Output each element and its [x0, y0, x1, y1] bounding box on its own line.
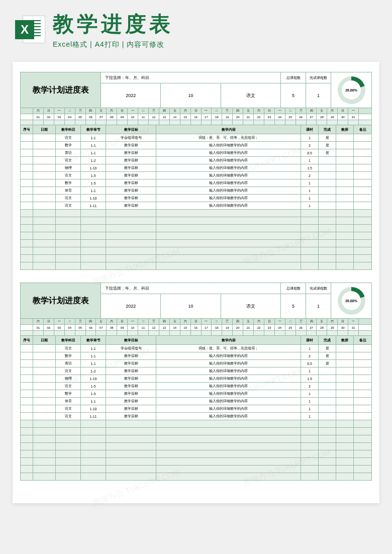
table-row[interactable]: 数学1-1教学目标输入你的详细教学的内容2是: [21, 141, 371, 149]
day-cell: 30: [338, 114, 348, 120]
weekday-cell: 四: [86, 108, 96, 114]
weekday-cell: 三: [296, 319, 307, 324]
sheet-title: 教学计划进度表: [21, 283, 101, 318]
table-row[interactable]: 数学1-5教学目标输入你的详细教学的内容1: [21, 179, 371, 187]
table-row-empty[interactable]: [21, 442, 371, 450]
table-row-empty[interactable]: [21, 209, 371, 217]
filter-subject[interactable]: 语文: [221, 294, 280, 318]
table-row-empty[interactable]: [21, 232, 371, 239]
table-row[interactable]: 语文1-1学会组词造句词组：是、否、可、得等，意思组词；1是: [21, 344, 371, 352]
filter-year[interactable]: 2022: [101, 83, 161, 108]
day-cell: 17: [202, 114, 212, 120]
table-row[interactable]: 语文1-2教学目标输入你的详细教学的内容1: [21, 156, 371, 164]
table-row-empty[interactable]: [21, 465, 371, 473]
day-cell: 25: [285, 114, 296, 120]
day-cell: 17: [202, 325, 212, 330]
weekday-cell: 二: [65, 319, 75, 324]
table-row-empty[interactable]: [21, 420, 371, 427]
weekday-cell: 日: [338, 108, 348, 114]
weekday-cell: 六: [107, 108, 117, 114]
day-cell: 24: [275, 114, 285, 120]
weekday-cell: 三: [222, 108, 233, 114]
table-row-empty[interactable]: [21, 224, 371, 232]
weekday-cell: 五: [170, 319, 180, 324]
day-cell: 09: [117, 114, 128, 120]
weekday-cell: 一: [54, 108, 65, 114]
weekday-cell: 四: [233, 319, 243, 324]
gantt-row: [21, 120, 371, 125]
weekday-cell: 五: [243, 319, 254, 324]
weekday-cell: 日: [191, 108, 202, 114]
table-row[interactable]: 英语1-1教学目标输入你的详细教学的内容0.5是: [21, 359, 371, 367]
day-cell: 22: [254, 325, 264, 330]
table-row[interactable]: 语文1-5教学目标输入你的详细教学的内容2: [21, 171, 371, 179]
day-cell: 12: [149, 325, 159, 330]
day-cell: 15: [180, 325, 191, 330]
filter-month[interactable]: 10: [161, 294, 221, 318]
filter-month[interactable]: 10: [161, 83, 221, 108]
table-row[interactable]: 体育1-1教学目标输入你的详细教学的内容1: [21, 397, 371, 405]
day-cell: 28: [317, 114, 327, 120]
day-cell: 03: [54, 114, 65, 120]
table-row[interactable]: 语文1-11教学目标输入你的详细教学的内容1: [21, 412, 371, 420]
table-row-empty[interactable]: [21, 217, 371, 224]
day-cell: 31: [348, 325, 359, 330]
day-cell: 18: [212, 114, 222, 120]
table-row-empty[interactable]: [21, 427, 371, 435]
day-cell: 20: [233, 325, 243, 330]
progress-value: 20.00%: [342, 80, 361, 100]
table-row[interactable]: 物理1-19教学目标输入你的详细教学的内容1.5: [21, 164, 371, 171]
table-row[interactable]: 数学1-5教学目标输入你的详细教学的内容1: [21, 390, 371, 397]
sheet-title: 教学计划进度表: [21, 72, 101, 108]
table-row[interactable]: 语文1-5教学目标输入你的详细教学的内容2: [21, 382, 371, 390]
weekday-cell: 六: [254, 319, 264, 324]
table-row[interactable]: 语文1-2教学目标输入你的详细教学的内容1: [21, 367, 371, 375]
weekday-cell: 二: [65, 108, 75, 114]
day-cell: 29: [327, 114, 338, 120]
table-row[interactable]: 语文1-10教学目标输入你的详细教学的内容1: [21, 194, 371, 202]
table-row-empty[interactable]: [21, 262, 371, 269]
filter-year[interactable]: 2022: [101, 294, 161, 318]
table-row-empty[interactable]: [21, 473, 371, 480]
weekday-cell: 三: [222, 319, 233, 324]
weekday-cell: 一: [202, 319, 212, 324]
day-cell: 15: [180, 114, 191, 120]
table-row-empty[interactable]: [21, 247, 371, 254]
day-cell: 30: [338, 325, 348, 330]
day-cell: 27: [307, 114, 317, 120]
table-row[interactable]: 语文1-1学会组词造句词组：是、否、可、得等，意思组词；1是: [21, 134, 371, 141]
table-row[interactable]: 语文1-11教学目标输入你的详细教学的内容1: [21, 202, 371, 209]
weekday-cell: 五: [170, 108, 180, 114]
table-row-empty[interactable]: [21, 435, 371, 442]
weekday-cell: 六: [327, 319, 338, 324]
table-row-empty[interactable]: [21, 239, 371, 247]
weekday-cell: 五: [317, 108, 327, 114]
day-cell: 23: [264, 325, 275, 330]
weekday-cell: 二: [212, 319, 222, 324]
table-row[interactable]: 语文1-10教学目标输入你的详细教学的内容1: [21, 405, 371, 412]
table-row[interactable]: 体育1-1教学目标输入你的详细教学的内容1: [21, 187, 371, 194]
progress-value: 20.00%: [342, 291, 361, 310]
weekday-cell: 一: [275, 319, 285, 324]
table-row-empty[interactable]: [21, 450, 371, 457]
table-row-empty[interactable]: [21, 254, 371, 262]
day-cell: 14: [170, 325, 180, 330]
weekday-cell: 六: [254, 108, 264, 114]
weekday-cell: 五: [96, 319, 107, 324]
filter-subject[interactable]: 语文: [221, 83, 280, 108]
progress-chart: 20.00%: [331, 72, 371, 108]
weekday-cell: 六: [327, 108, 338, 114]
weekday-cell: 三: [75, 319, 86, 324]
progress-chart: 20.00%: [331, 283, 371, 318]
table-row[interactable]: 英语1-1教学目标输入你的详细教学的内容0.5是: [21, 149, 371, 156]
weekday-cell: 一: [128, 108, 138, 114]
weekday-cell: 二: [138, 319, 149, 324]
day-cell: 18: [212, 325, 222, 330]
table-row-empty[interactable]: [21, 457, 371, 465]
day-cell: 25: [285, 325, 296, 330]
day-cell: 06: [86, 114, 96, 120]
table-row[interactable]: 物理1-19教学目标输入你的详细教学的内容1.5: [21, 375, 371, 382]
day-cell: 08: [107, 114, 117, 120]
table-row[interactable]: 数学1-1教学目标输入你的详细教学的内容2是: [21, 352, 371, 359]
stat-done-label: 完成课程数: [306, 283, 331, 294]
